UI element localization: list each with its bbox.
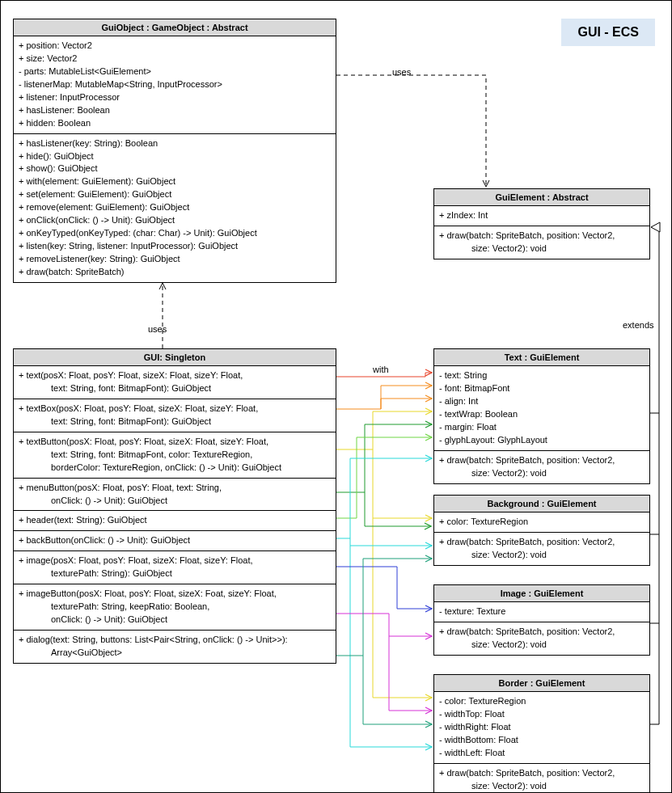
attributes-section: - color: TextureRegion - widthTop: Float… [434, 692, 649, 764]
method: + onKeyTyped(onKeyTyped: (char: Char) ->… [19, 227, 331, 240]
attr: + hasListener: Boolean [19, 104, 331, 117]
method: + imageButton(posX: Float, posY: Float, … [19, 588, 331, 601]
attr: - margin: Float [439, 421, 645, 434]
attr: + listener: InputProcessor [19, 91, 331, 104]
method: + header(text: String): GuiObject [19, 514, 331, 527]
method: + hasListener(key: String): Boolean [19, 137, 331, 150]
attr: - align: Int [439, 395, 645, 408]
attributes-section: + zIndex: Int [434, 206, 649, 226]
method: texturePath: String): GuiObject [19, 567, 331, 580]
methods-section: + draw(batch: SpriteBatch, position: Vec… [434, 451, 649, 483]
class-header: Background : GuiElement [434, 496, 649, 512]
method: + draw(batch: SpriteBatch) [19, 266, 331, 279]
relation-with: with [373, 365, 389, 374]
class-guielement: GuiElement : Abstract + zIndex: Int + dr… [433, 188, 650, 259]
attr: - texture: Texture [439, 605, 645, 618]
method: + text(posX: Float, posY: Float, sizeX: … [19, 369, 331, 382]
method: text: String, font: BitmapFont, color: T… [19, 449, 331, 462]
diagram-title: GUI - ECS [561, 19, 655, 46]
method: + hide(): GuiObject [19, 150, 331, 163]
class-header: Image : GuiElement [434, 585, 649, 602]
method-text: + text(posX: Float, posY: Float, sizeX: … [14, 366, 336, 399]
attributes-section: - text: String - font: BitmapFont - alig… [434, 366, 649, 451]
method: + show(): GuiObject [19, 162, 331, 175]
method-backbutton: + backButton(onClick: () -> Unit): GuiOb… [14, 531, 336, 551]
method-header: + header(text: String): GuiObject [14, 511, 336, 531]
attr: - widthRight: Float [439, 721, 645, 734]
method: size: Vector2): void [439, 780, 645, 793]
method: + menuButton(posX: Float, posY: Float, t… [19, 482, 331, 495]
method: + dialog(text: String, buttons: List<Pai… [19, 634, 331, 647]
class-header: Border : GuiElement [434, 675, 649, 692]
method-textbutton: + textButton(posX: Float, posY: Float, s… [14, 432, 336, 479]
method: borderColor: TextureRegion, onClick: () … [19, 462, 331, 475]
relation-uses: uses [392, 67, 411, 77]
methods-section: + hasListener(key: String): Boolean + hi… [14, 134, 336, 282]
method: + set(element: GuiElement): GuiObject [19, 188, 331, 201]
attr: - text: String [439, 369, 645, 382]
methods-section: + draw(batch: SpriteBatch, position: Vec… [434, 226, 649, 259]
class-text: Text : GuiElement - text: String - font:… [433, 348, 650, 484]
class-gui-singleton: GUI: Singleton + text(posX: Float, posY:… [13, 348, 336, 664]
class-header: GUI: Singleton [14, 349, 336, 366]
method: + image(posX: Float, posY: Float, sizeX:… [19, 555, 331, 567]
attr: - widthTop: Float [439, 708, 645, 721]
attr: - parts: MutableList<GuiElement> [19, 65, 331, 78]
attr: - glyphLayout: GlyphLayout [439, 434, 645, 447]
method: + draw(batch: SpriteBatch, position: Vec… [439, 536, 645, 549]
class-background: Background : GuiElement + color: Texture… [433, 495, 650, 566]
attributes-section: + color: TextureRegion [434, 512, 649, 533]
attr: - font: BitmapFont [439, 382, 645, 395]
method: + draw(batch: SpriteBatch, position: Vec… [439, 626, 645, 639]
method: + removeListener(key: String): GuiObject [19, 253, 331, 266]
attr: - color: TextureRegion [439, 695, 645, 708]
method: onClick: () -> Unit): GuiObject [19, 495, 331, 508]
attr: - widthBottom: Float [439, 734, 645, 747]
method: + backButton(onClick: () -> Unit): GuiOb… [19, 534, 331, 547]
method-imagebutton: + imageButton(posX: Float, posY: Float, … [14, 584, 336, 631]
method: + with(element: GuiElement): GuiObject [19, 175, 331, 188]
method: size: Vector2): void [439, 639, 645, 652]
relation-extends: extends [623, 320, 654, 330]
method: texturePath: String, keepRatio: Boolean, [19, 601, 331, 614]
method-menubutton: + menuButton(posX: Float, posY: Float, t… [14, 479, 336, 512]
method: + remove(element: GuiElement): GuiObject [19, 201, 331, 214]
method: + onClick(onClick: () -> Unit): GuiObjec… [19, 214, 331, 227]
attr: + hidden: Boolean [19, 117, 331, 130]
method: + textBox(posX: Float, posY: Float, size… [19, 403, 331, 415]
class-header: GuiElement : Abstract [434, 189, 649, 206]
attr: - textWrap: Boolean [439, 408, 645, 421]
class-guiobject: GuiObject : GameObject : Abstract + posi… [13, 19, 336, 283]
method: + draw(batch: SpriteBatch, position: Vec… [439, 767, 645, 780]
method: size: Vector2): void [439, 549, 645, 562]
attributes-section: + position: Vector2 + size: Vector2 - pa… [14, 36, 336, 134]
attr: - listenerMap: MutableMap<String, InputP… [19, 78, 331, 91]
class-border: Border : GuiElement - color: TextureRegi… [433, 674, 650, 793]
method: Array<GuiObject> [19, 647, 331, 660]
method-textbox: + textBox(posX: Float, posY: Float, size… [14, 399, 336, 432]
method-image: + image(posX: Float, posY: Float, sizeX:… [14, 551, 336, 584]
attr: - widthLeft: Float [439, 747, 645, 760]
method: size: Vector2): void [439, 467, 645, 480]
method: text: String, font: BitmapFont): GuiObje… [19, 382, 331, 395]
class-header: GuiObject : GameObject : Abstract [14, 19, 336, 36]
method: + draw(batch: SpriteBatch, position: Vec… [439, 230, 645, 243]
attr: + zIndex: Int [439, 209, 645, 222]
relation-uses: uses [148, 324, 167, 334]
method: + textButton(posX: Float, posY: Float, s… [19, 436, 331, 449]
methods-section: + draw(batch: SpriteBatch, position: Vec… [434, 622, 649, 655]
class-image: Image : GuiElement - texture: Texture + … [433, 584, 650, 656]
methods-section: + draw(batch: SpriteBatch, position: Vec… [434, 533, 649, 565]
method: text: String, font: BitmapFont): GuiObje… [19, 415, 331, 428]
method-dialog: + dialog(text: String, buttons: List<Pai… [14, 631, 336, 663]
method: size: Vector2): void [439, 243, 645, 255]
method: onClick: () -> Unit): GuiObject [19, 614, 331, 626]
attr: + position: Vector2 [19, 40, 331, 53]
method: + draw(batch: SpriteBatch, position: Vec… [439, 454, 645, 467]
methods-section: + draw(batch: SpriteBatch, position: Vec… [434, 764, 649, 793]
attributes-section: - texture: Texture [434, 602, 649, 622]
method: + listen(key: String, listener: InputPro… [19, 240, 331, 253]
attr: + color: TextureRegion [439, 516, 645, 529]
class-header: Text : GuiElement [434, 349, 649, 366]
attr: + size: Vector2 [19, 53, 331, 65]
